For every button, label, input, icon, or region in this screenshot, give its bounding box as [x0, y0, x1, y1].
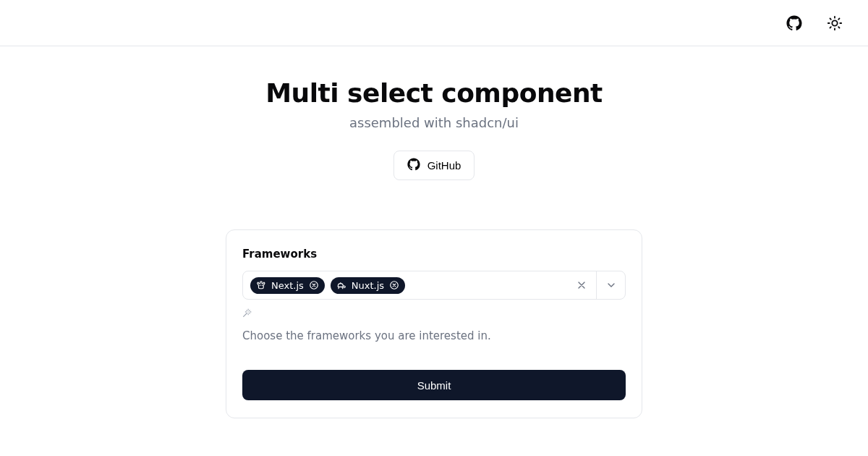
- dog-icon: [256, 280, 266, 290]
- chevron-down-icon[interactable]: [596, 271, 625, 299]
- github-icon: [407, 158, 420, 173]
- svg-point-1: [260, 285, 260, 286]
- github-icon[interactable]: [781, 10, 807, 36]
- chip-label: Next.js: [271, 280, 304, 291]
- submit-button[interactable]: Submit: [242, 370, 626, 400]
- multiselect-input[interactable]: Next.js Nuxt.js: [242, 271, 626, 300]
- github-button-label: GitHub: [427, 159, 461, 172]
- chip-label: Nuxt.js: [352, 280, 384, 291]
- chip-remove-icon[interactable]: [389, 280, 399, 290]
- chip-nextjs: Next.js: [250, 277, 325, 294]
- chip-remove-icon[interactable]: [309, 280, 319, 290]
- helper-text: Choose the frameworks you are interested…: [242, 329, 626, 342]
- field-label: Frameworks: [242, 248, 626, 261]
- svg-point-2: [262, 285, 263, 286]
- page-title: Multi select component: [265, 78, 603, 108]
- clear-all-icon[interactable]: [567, 271, 596, 299]
- github-button[interactable]: GitHub: [393, 151, 475, 180]
- chip-nuxtjs: Nuxt.js: [331, 277, 405, 294]
- svg-point-0: [832, 20, 837, 25]
- form-card: Frameworks Next.js Nuxt.js: [226, 229, 642, 418]
- turtle-icon: [336, 280, 346, 290]
- page-subtitle: assembled with shadcn/ui: [349, 115, 519, 130]
- wand-icon[interactable]: [242, 307, 626, 321]
- theme-toggle-icon[interactable]: [822, 10, 848, 36]
- selected-chips: Next.js Nuxt.js: [243, 273, 567, 298]
